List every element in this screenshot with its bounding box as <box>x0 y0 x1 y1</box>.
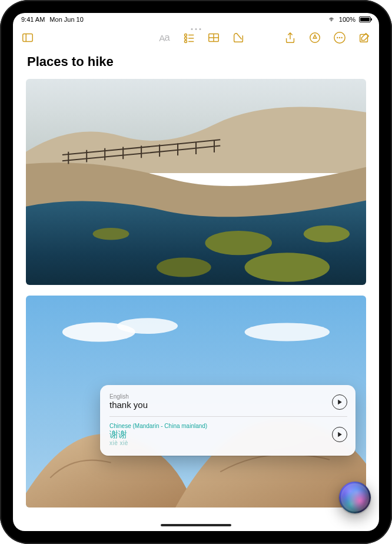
play-target-button[interactable] <box>332 427 347 442</box>
note-image-1[interactable] <box>26 79 366 285</box>
svg-point-27 <box>205 231 272 255</box>
note-title: Places to hike <box>27 54 366 69</box>
sidebar-toggle-button[interactable] <box>21 31 34 44</box>
status-time: 9:41 AM <box>21 16 45 23</box>
camera-attachment-button[interactable] <box>232 31 245 44</box>
screen: 9:41 AM Mon Jun 10 100% Aa <box>13 13 379 531</box>
status-bar: 9:41 AM Mon Jun 10 100% <box>13 13 379 26</box>
multitask-grabber[interactable] <box>191 28 201 30</box>
battery-icon <box>359 16 371 22</box>
home-indicator[interactable] <box>161 524 231 526</box>
more-button[interactable] <box>333 31 346 44</box>
svg-point-34 <box>117 318 178 334</box>
target-romanization: xiè xiè <box>109 440 207 446</box>
compose-button[interactable] <box>358 31 371 44</box>
svg-point-14 <box>340 38 340 38</box>
target-text: 谢谢 <box>109 429 207 440</box>
share-button[interactable] <box>284 31 297 44</box>
target-lang-label: Chinese (Mandarin - China mainland) <box>109 423 207 429</box>
play-source-button[interactable] <box>332 394 347 410</box>
wifi-icon <box>327 15 335 24</box>
svg-point-13 <box>337 38 338 38</box>
battery-pct: 100% <box>339 16 356 23</box>
svg-point-28 <box>245 253 330 282</box>
markup-button[interactable] <box>308 31 321 44</box>
format-button[interactable]: Aa <box>158 31 171 44</box>
divider <box>109 416 347 417</box>
svg-point-29 <box>157 257 211 277</box>
svg-point-30 <box>304 225 350 243</box>
svg-point-2 <box>184 34 187 36</box>
siri-orb-button[interactable] <box>339 482 371 513</box>
table-button[interactable] <box>207 31 220 44</box>
source-lang-label: English <box>109 393 148 400</box>
svg-point-15 <box>341 38 342 38</box>
source-text: thank you <box>109 400 148 410</box>
svg-point-6 <box>184 40 187 42</box>
note-content[interactable]: Places to hike <box>13 49 379 531</box>
status-date: Mon Jun 10 <box>49 16 83 23</box>
checklist-button[interactable] <box>182 31 195 44</box>
svg-rect-0 <box>23 34 33 42</box>
svg-point-4 <box>184 37 187 39</box>
siri-translate-card[interactable]: English thank you Chinese (Mandarin - Ch… <box>100 385 356 456</box>
ipad-device: 9:41 AM Mon Jun 10 100% Aa <box>0 0 392 544</box>
svg-point-31 <box>93 228 129 240</box>
svg-point-35 <box>245 323 330 341</box>
